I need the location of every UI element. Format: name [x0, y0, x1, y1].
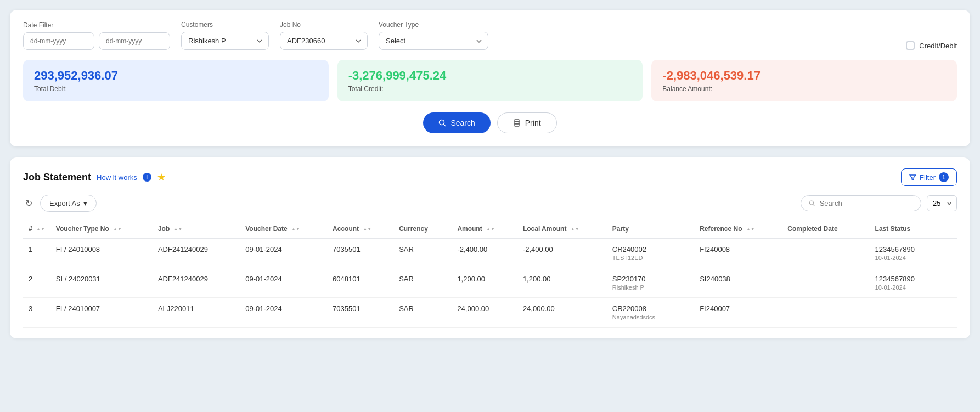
- toolbar-left: ↻ Export As ▾: [23, 195, 97, 212]
- filter-button[interactable]: Filter 1: [901, 168, 957, 186]
- cell-currency: SAR: [393, 298, 452, 328]
- cell-voucher: FI / 24010008: [50, 239, 153, 268]
- cell-date: 09-01-2024: [240, 239, 327, 268]
- customers-group: Customers Rishikesh P: [181, 21, 269, 50]
- refresh-button[interactable]: ↻: [23, 196, 35, 211]
- cell-ref: SI240038: [694, 268, 782, 298]
- cell-completed: [782, 298, 869, 328]
- section-title: Job Statement: [23, 172, 91, 183]
- main-container: Date Filter Customers Rishikesh P Job No…: [0, 0, 980, 348]
- search-button[interactable]: Search: [423, 112, 490, 133]
- toolbar-right: 25: [801, 195, 957, 211]
- sort-date-icon[interactable]: ▲▼: [291, 227, 300, 232]
- date-to-input[interactable]: [99, 32, 170, 50]
- table-header-row: # ▲▼ Voucher Type No ▲▼ Job ▲▼ Voucher D…: [23, 219, 957, 239]
- actions-row: Search Print: [23, 112, 957, 133]
- table-search-input[interactable]: [820, 199, 913, 207]
- filter-icon: [909, 174, 916, 181]
- how-it-works-link[interactable]: How it works: [97, 173, 137, 182]
- export-button[interactable]: Export As ▾: [40, 195, 97, 212]
- total-credit-amount: -3,276,999,475.24: [348, 69, 632, 83]
- statement-section: Job Statement How it works i ★ Filter 1 …: [10, 157, 970, 338]
- balance-card: -2,983,046,539.17 Balance Amount:: [651, 60, 957, 101]
- table-body: 1 FI / 24010008 ADF241240029 09-01-2024 …: [23, 239, 957, 328]
- balance-amount: -2,983,046,539.17: [662, 69, 946, 83]
- print-button[interactable]: Print: [497, 112, 557, 133]
- date-inputs: [23, 32, 170, 50]
- table-toolbar: ↻ Export As ▾ 25: [23, 195, 957, 212]
- cell-party: SP230170 Rishikesh P: [607, 268, 694, 298]
- date-filter-group: Date Filter: [23, 21, 170, 50]
- section-header: Job Statement How it works i ★ Filter 1: [23, 168, 957, 186]
- date-from-input[interactable]: [23, 32, 94, 50]
- total-debit-amount: 293,952,936.07: [34, 69, 318, 83]
- sort-local-icon[interactable]: ▲▼: [571, 227, 579, 232]
- filter-badge: 1: [939, 172, 949, 182]
- cell-date: 09-01-2024: [240, 298, 327, 328]
- col-header-amount: Amount ▲▼: [452, 219, 517, 239]
- info-icon[interactable]: i: [143, 173, 151, 182]
- credit-debit-group: Credit/Debit: [906, 41, 957, 50]
- job-no-select[interactable]: ADF230660: [280, 32, 368, 50]
- party-name: CR240002: [612, 245, 689, 253]
- party-sub: Nayanadsdsdcs: [612, 314, 689, 320]
- search-icon: [809, 200, 815, 207]
- party-sub: TEST12ED: [612, 255, 689, 261]
- cell-num: 3: [23, 298, 50, 328]
- cell-local: 24,000.00: [517, 298, 607, 328]
- search-icon: [438, 119, 446, 127]
- sort-amount-icon[interactable]: ▲▼: [486, 227, 495, 232]
- filter-card: Date Filter Customers Rishikesh P Job No…: [10, 10, 970, 146]
- sort-num-icon[interactable]: ▲▼: [36, 227, 45, 232]
- customers-select[interactable]: Rishikesh P: [181, 32, 269, 50]
- page-size-select[interactable]: 25: [927, 195, 957, 211]
- svg-point-3: [518, 122, 519, 123]
- summary-row: 293,952,936.07 Total Debit: -3,276,999,4…: [23, 60, 957, 101]
- cell-party: CR220008 Nayanadsdsdcs: [607, 298, 694, 328]
- total-credit-card: -3,276,999,475.24 Total Credit:: [337, 60, 643, 101]
- last-status-value: 1234567890: [875, 245, 951, 253]
- sort-ref-icon[interactable]: ▲▼: [746, 227, 755, 232]
- sort-account-icon[interactable]: ▲▼: [363, 227, 371, 232]
- cell-amount: 1,200.00: [452, 268, 517, 298]
- cell-job: ADF241240029: [153, 268, 240, 298]
- last-status-value: 1234567890: [875, 275, 951, 283]
- cell-amount: 24,000.00: [452, 298, 517, 328]
- voucher-type-label: Voucher Type: [379, 21, 488, 29]
- data-table: # ▲▼ Voucher Type No ▲▼ Job ▲▼ Voucher D…: [23, 219, 957, 328]
- voucher-type-group: Voucher Type Select: [379, 21, 488, 50]
- cell-status: [870, 298, 957, 328]
- last-status-date: 10-01-2024: [875, 255, 951, 261]
- col-header-account: Account ▲▼: [327, 219, 393, 239]
- cell-num: 1: [23, 239, 50, 268]
- sort-job-icon[interactable]: ▲▼: [174, 227, 183, 232]
- cell-ref: FI240008: [694, 239, 782, 268]
- cell-currency: SAR: [393, 239, 452, 268]
- col-header-currency: Currency: [393, 219, 452, 239]
- cell-status: 1234567890 10-01-2024: [870, 268, 957, 298]
- cell-job: ALJ220011: [153, 298, 240, 328]
- search-box: [801, 195, 921, 211]
- col-header-local: Local Amount ▲▼: [517, 219, 607, 239]
- party-sub: Rishikesh P: [612, 284, 689, 291]
- job-no-group: Job No ADF230660: [280, 21, 368, 50]
- cell-job: ADF241240029: [153, 239, 240, 268]
- section-title-group: Job Statement How it works i ★: [23, 171, 166, 183]
- voucher-type-select[interactable]: Select: [379, 32, 488, 50]
- cell-local: -2,400.00: [517, 239, 607, 268]
- party-name: SP230170: [612, 275, 689, 283]
- col-header-num: # ▲▼: [23, 219, 50, 239]
- customers-label: Customers: [181, 21, 269, 29]
- col-header-job: Job ▲▼: [153, 219, 240, 239]
- cell-account: 6048101: [327, 268, 393, 298]
- cell-status: 1234567890 10-01-2024: [870, 239, 957, 268]
- col-header-voucher: Voucher Type No ▲▼: [50, 219, 153, 239]
- credit-debit-label: Credit/Debit: [919, 42, 957, 50]
- last-status-date: 10-01-2024: [875, 284, 951, 291]
- sort-voucher-icon[interactable]: ▲▼: [113, 227, 122, 232]
- cell-num: 2: [23, 268, 50, 298]
- credit-debit-checkbox[interactable]: [906, 41, 915, 50]
- cell-local: 1,200.00: [517, 268, 607, 298]
- total-credit-label: Total Credit:: [348, 85, 632, 93]
- star-icon[interactable]: ★: [157, 171, 166, 183]
